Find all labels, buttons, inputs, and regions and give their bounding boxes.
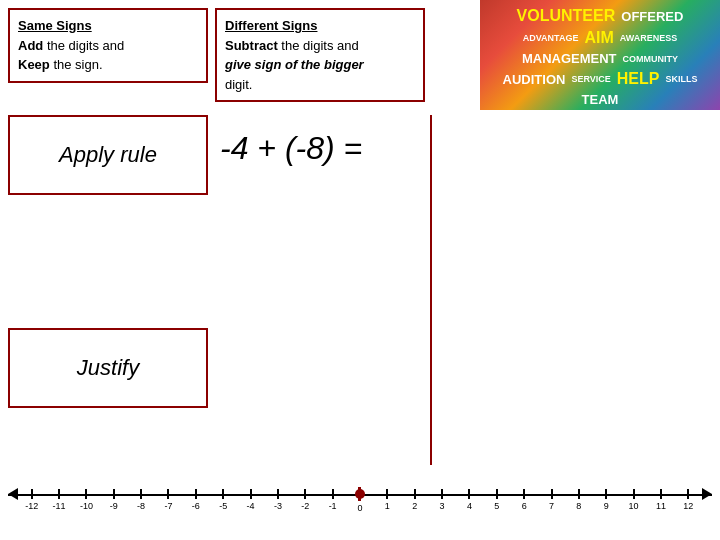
same-signs-line1: the digits and (43, 38, 124, 53)
number-line-container: -12-11-10-9-8-7-6-5-4-3-2-10123456789101… (8, 482, 712, 512)
tick-label-10: 10 (629, 501, 639, 511)
tick-3: 3 (428, 482, 455, 511)
tick-mark--3 (277, 489, 279, 499)
tick-mark--2 (304, 489, 306, 499)
wc-word-11: SKILLS (663, 73, 699, 85)
different-signs-subtract: Subtract (225, 38, 278, 53)
tick-mark-9 (605, 489, 607, 499)
tick-mark--11 (58, 489, 60, 499)
tick-9: 9 (593, 482, 620, 511)
tick-1: 1 (374, 482, 401, 511)
wc-word-8: AUDITION (501, 71, 568, 88)
arrow-left-icon (8, 488, 18, 500)
tick-10: 10 (620, 482, 647, 511)
tick-label-9: 9 (604, 501, 609, 511)
tick-label--10: -10 (80, 501, 93, 511)
tick-label--1: -1 (329, 501, 337, 511)
justify-box[interactable]: Justify (8, 328, 208, 408)
tick-11: 11 (647, 482, 674, 511)
tick-label--8: -8 (137, 501, 145, 511)
tick--5: -5 (210, 482, 237, 511)
tick-mark--4 (250, 489, 252, 499)
tick-mark-4 (468, 489, 470, 499)
tick--10: -10 (73, 482, 100, 511)
tick--2: -2 (292, 482, 319, 511)
math-expression: -4 + (-8) = (220, 130, 362, 167)
tick-label-8: 8 (576, 501, 581, 511)
different-signs-line2: give sign of the bigger (225, 57, 364, 72)
same-signs-title: Same Signs (18, 18, 92, 33)
tick--3: -3 (264, 482, 291, 511)
wc-word-2: OFFERED (619, 8, 685, 25)
tick-mark-8 (578, 489, 580, 499)
wc-word-5: AWARENESS (618, 32, 680, 44)
tick-label-5: 5 (494, 501, 499, 511)
apply-rule-label: Apply rule (59, 142, 157, 168)
tick-mark--6 (195, 489, 197, 499)
tick-mark--12 (31, 489, 33, 499)
tick--1: -1 (319, 482, 346, 511)
tick--6: -6 (182, 482, 209, 511)
different-signs-box: Different Signs Subtract the digits and … (215, 8, 425, 102)
justify-label: Justify (77, 355, 139, 381)
same-signs-line2: the sign. (50, 57, 103, 72)
wc-word-3: ADVANTAGE (521, 32, 581, 44)
tick-label-1: 1 (385, 501, 390, 511)
tick--8: -8 (127, 482, 154, 511)
tick-mark--7 (167, 489, 169, 499)
tick--9: -9 (100, 482, 127, 511)
tick-label--7: -7 (164, 501, 172, 511)
tick-label--4: -4 (247, 501, 255, 511)
tick-8: 8 (565, 482, 592, 511)
tick-7: 7 (538, 482, 565, 511)
tick-mark-3 (441, 489, 443, 499)
tick-mark--8 (140, 489, 142, 499)
tick-label-2: 2 (412, 501, 417, 511)
tick-4: 4 (456, 482, 483, 511)
tick-label--2: -2 (301, 501, 309, 511)
word-cloud: VOLUNTEER OFFERED ADVANTAGE AIM AWARENES… (480, 0, 720, 110)
tick-label-4: 4 (467, 501, 472, 511)
tick-12: 12 (675, 482, 702, 511)
wc-word-7: COMMUNITY (621, 53, 681, 65)
tick-6: 6 (510, 482, 537, 511)
tick-label-3: 3 (440, 501, 445, 511)
tick-label-11: 11 (656, 501, 666, 511)
zero-dot (355, 489, 365, 499)
tick-label-0: 0 (357, 503, 362, 513)
different-signs-title: Different Signs (225, 18, 317, 33)
tick-mark-11 (660, 489, 662, 499)
different-signs-line3: digit. (225, 77, 252, 92)
tick-label--3: -3 (274, 501, 282, 511)
tick-mark-6 (523, 489, 525, 499)
number-line: -12-11-10-9-8-7-6-5-4-3-2-10123456789101… (8, 482, 712, 512)
tick-mark-7 (551, 489, 553, 499)
tick-mark-12 (687, 489, 689, 499)
tick--4: -4 (237, 482, 264, 511)
tick-label-7: 7 (549, 501, 554, 511)
different-signs-line1: the digits and (278, 38, 359, 53)
tick-mark-5 (496, 489, 498, 499)
same-signs-add: Add (18, 38, 43, 53)
tick--11: -11 (45, 482, 72, 511)
tick-label--5: -5 (219, 501, 227, 511)
tick-mark--1 (332, 489, 334, 499)
tick-mark--9 (113, 489, 115, 499)
tick-label-6: 6 (522, 501, 527, 511)
wc-word-12: TEAM (580, 91, 621, 108)
tick-mark--5 (222, 489, 224, 499)
tick-mark-2 (414, 489, 416, 499)
arrow-right-icon (702, 488, 712, 500)
same-signs-keep: Keep (18, 57, 50, 72)
tick-5: 5 (483, 482, 510, 511)
tick-mark-1 (386, 489, 388, 499)
tick--12: -12 (18, 482, 45, 511)
apply-rule-box[interactable]: Apply rule (8, 115, 208, 195)
tick-mark-10 (633, 489, 635, 499)
wc-word-6: MANAGEMENT (520, 50, 619, 67)
wc-word-9: SERVICE (569, 73, 612, 85)
vertical-line (430, 115, 432, 465)
tick-label--12: -12 (25, 501, 38, 511)
wc-word-10: HELP (615, 69, 662, 89)
tick-label--6: -6 (192, 501, 200, 511)
